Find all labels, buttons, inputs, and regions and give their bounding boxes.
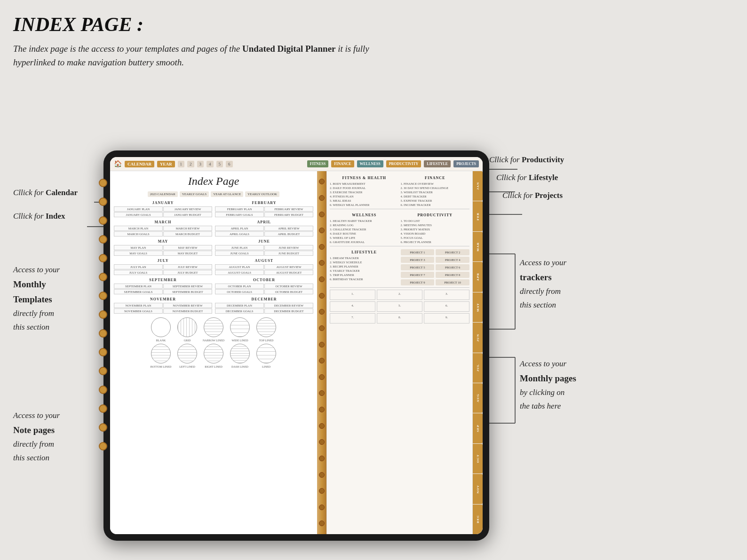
july-goals[interactable]: JULY GOALS	[114, 270, 163, 275]
calendar-tab[interactable]: CALENDAR	[125, 161, 154, 167]
dec-review[interactable]: DECEMBER REVIEW	[264, 303, 313, 308]
tab-3[interactable]: 3	[197, 161, 204, 167]
bottom-lined-note[interactable]: BOTTOM LINED	[150, 344, 172, 368]
life-6[interactable]: 6. BIRTHDAY TRACKER	[330, 277, 399, 281]
life-2[interactable]: 2. WEEKLY SCHEDULE	[330, 260, 399, 264]
june-plan[interactable]: JUNE PLAN	[215, 245, 264, 250]
may-plan[interactable]: MAY PLAN	[114, 245, 163, 250]
num-cell-1[interactable]: 1.	[330, 290, 375, 300]
february-plan[interactable]: FEBRUARY PLAN	[215, 206, 264, 212]
fin-2[interactable]: 2. 30 DAY NO SPEND CHALLENGE	[401, 186, 470, 190]
january-budget[interactable]: JANUARY BUDGET	[163, 212, 212, 217]
nov-goals[interactable]: NOVEMBER GOALS	[114, 308, 163, 314]
june-review[interactable]: JUNE REVIEW	[264, 245, 313, 250]
sept-goals[interactable]: SEPTEMBER GOALS	[114, 289, 163, 294]
lifestyle-nav-tab[interactable]: LIFESTYLE	[424, 160, 451, 167]
well-5[interactable]: 5. WHEEL OF LIFE	[330, 236, 399, 240]
january-review[interactable]: JANUARY REVIEW	[163, 206, 212, 212]
aug-tab[interactable]: AUG	[473, 383, 483, 413]
oct-tab[interactable]: OCT	[473, 444, 483, 473]
nov-review[interactable]: NOVEMBER REVIEW	[163, 303, 212, 308]
fh-6[interactable]: 6. WEEKLY MEAL PLANNER	[330, 203, 399, 207]
year-nav-calendar[interactable]: 2023 CALENDAR	[148, 191, 178, 197]
num-cell-8[interactable]: 8.	[377, 313, 422, 323]
project-9-btn[interactable]: PROJECT 9	[401, 279, 435, 285]
june-goals[interactable]: JUNE GOALS	[215, 251, 264, 256]
num-cell-9[interactable]: 9.	[424, 313, 469, 323]
nov-budget[interactable]: NOVEMBER BUDGET	[163, 308, 212, 314]
fin-6[interactable]: 6. INCOME TRACKER	[401, 203, 470, 207]
home-icon[interactable]: 🏠	[114, 160, 122, 168]
well-1[interactable]: 1. HEALTHY HABIT TRACKER	[330, 219, 399, 223]
august-review[interactable]: AUGUST REVIEW	[264, 264, 313, 269]
april-review[interactable]: APRIL REVIEW	[264, 226, 313, 231]
october-goals[interactable]: OCTOBER GOALS	[215, 289, 264, 294]
april-plan[interactable]: APRIL PLAN	[215, 226, 264, 231]
jul-tab[interactable]: JUL	[473, 353, 483, 383]
dec-plan[interactable]: DECEMBER PLAN	[215, 303, 264, 308]
prod-1[interactable]: 1. TO DO LIST	[401, 219, 470, 223]
march-plan[interactable]: MARCH PLAN	[114, 226, 163, 231]
july-review[interactable]: JULY REVIEW	[163, 264, 212, 269]
sept-budget[interactable]: SEPTEMBER BUDGET	[163, 289, 212, 294]
life-4[interactable]: 4. YEARLY TRACKER	[330, 268, 399, 273]
october-review[interactable]: OCTOBER REVIEW	[264, 284, 313, 289]
well-3[interactable]: 3. CHALLENGE TRACKER	[330, 227, 399, 231]
year-tab[interactable]: YEAR	[157, 161, 175, 167]
april-budget[interactable]: APRIL BUDGET	[264, 231, 313, 237]
may-tab[interactable]: MAY	[473, 292, 483, 322]
october-plan[interactable]: OCTOBER PLAN	[215, 284, 264, 289]
left-lined-note[interactable]: LEFT LINED	[176, 344, 199, 368]
fin-4[interactable]: 4. DEBT TRACKER	[401, 194, 470, 198]
fh-1[interactable]: 1. BODY MEASUREMENT	[330, 181, 399, 186]
finance-nav-tab[interactable]: FINANCE	[331, 160, 354, 167]
grid-note[interactable]: GRID	[176, 317, 199, 342]
july-budget[interactable]: JULY BUDGET	[163, 270, 212, 275]
well-4[interactable]: 4. DAILY ROUTINE	[330, 231, 399, 236]
num-cell-7[interactable]: 7.	[330, 313, 375, 323]
february-budget[interactable]: FEBRUARY BUDGET	[264, 212, 313, 217]
well-2[interactable]: 2. READING LOG	[330, 223, 399, 227]
sept-plan[interactable]: SEPTEMBER PLAN	[114, 284, 163, 289]
life-5[interactable]: 5. TRIP PLANNER	[330, 273, 399, 277]
july-plan[interactable]: JULY PLAN	[114, 264, 163, 269]
dec-tab[interactable]: DEC	[473, 505, 483, 534]
project-6-btn[interactable]: PROJECT 6	[436, 264, 469, 270]
february-review[interactable]: FEBRUARY REVIEW	[264, 206, 313, 212]
num-cell-6[interactable]: 6.	[424, 301, 469, 312]
nov-plan[interactable]: NOVEMBER PLAN	[114, 303, 163, 308]
dash-lined-note[interactable]: DASH LINED	[229, 344, 251, 368]
fin-3[interactable]: 3. WISHLIST TRACKER	[401, 190, 470, 194]
jan-tab[interactable]: JAN	[473, 171, 483, 201]
apr-tab[interactable]: APR	[473, 262, 483, 292]
right-lined-note[interactable]: RIGHT LINED	[202, 344, 225, 368]
project-1-btn[interactable]: PROJECT 1	[401, 249, 435, 255]
sep-tab[interactable]: SEP	[473, 413, 483, 443]
life-3[interactable]: 3. RECIPE PLANNER	[330, 264, 399, 268]
tab-5[interactable]: 5	[216, 161, 223, 167]
fh-5[interactable]: 5. MEAL IDEAS	[330, 198, 399, 203]
project-3-btn[interactable]: PROJECT 3	[401, 257, 435, 263]
narrow-lined-note[interactable]: NARROW LINED	[202, 317, 225, 342]
february-goals[interactable]: FEBRUARY GOALS	[215, 212, 264, 217]
mar-tab[interactable]: MAR	[473, 232, 483, 261]
tab-1[interactable]: 1	[178, 161, 185, 167]
fitness-nav-tab[interactable]: FITNESS	[307, 160, 328, 167]
january-plan[interactable]: JANUARY PLAN	[114, 206, 163, 212]
productivity-nav-tab[interactable]: PRODUCTIVITY	[386, 160, 421, 167]
tab-6[interactable]: 6	[226, 161, 233, 167]
well-6[interactable]: 6. GRATITUDE JOURNAL	[330, 240, 399, 244]
project-4-btn[interactable]: PROJECT 4	[436, 257, 469, 263]
num-cell-2[interactable]: 2.	[377, 290, 422, 300]
tab-4[interactable]: 4	[207, 161, 214, 167]
num-cell-5[interactable]: 5.	[377, 301, 422, 312]
lined-note[interactable]: LINED	[255, 344, 278, 368]
october-budget[interactable]: OCTOBER BUDGET	[264, 289, 313, 294]
fh-4[interactable]: 4. FITNESS PLAN	[330, 194, 399, 198]
prod-4[interactable]: 4. VISION BOARD	[401, 231, 470, 236]
march-budget[interactable]: MARCH BUDGET	[163, 231, 212, 237]
project-8-btn[interactable]: PROJECT 8	[436, 272, 469, 278]
jun-tab[interactable]: JUN	[473, 323, 483, 352]
year-nav-glance[interactable]: YEAR AT GLANCE	[211, 191, 243, 197]
top-lined-note[interactable]: TOP LINED	[255, 317, 278, 342]
